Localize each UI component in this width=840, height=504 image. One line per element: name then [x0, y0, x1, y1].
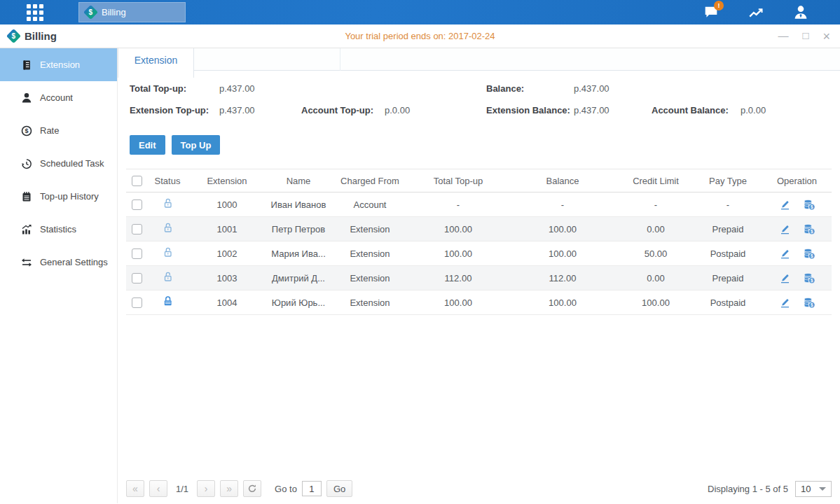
billing-diamond-icon: $ — [6, 29, 21, 43]
top-up-row-button[interactable]: $ — [801, 222, 817, 236]
cell-credit-limit: 0.00 — [618, 266, 694, 290]
sidebar-item-extension[interactable]: Extension — [0, 48, 117, 81]
edit-button[interactable]: Edit — [130, 135, 165, 155]
exchange-arrows-icon — [21, 257, 32, 268]
row-checkbox[interactable] — [132, 298, 142, 308]
cell-credit-limit: 0.00 — [618, 217, 694, 241]
cell-name: Дмитрий Д... — [266, 266, 331, 290]
coins-icon: $ — [803, 272, 815, 284]
ledger-icon — [21, 59, 32, 71]
line-chart-icon — [747, 6, 765, 20]
locked-icon — [162, 295, 174, 307]
total-topup-label: Total Top-up: — [130, 83, 186, 94]
col-operation: Operation — [762, 169, 832, 192]
page-size-value: 10 — [801, 484, 811, 494]
user-icon — [792, 5, 809, 20]
sidebar: Extension Account $ Rate Scheduled Task — [0, 48, 118, 503]
next-page-button[interactable]: › — [197, 480, 215, 497]
sidebar-item-label: Top-up History — [40, 191, 99, 202]
cell-balance: 100.00 — [507, 217, 618, 241]
cell-extension: 1001 — [188, 217, 266, 241]
extension-balance-value: p.437.00 — [574, 105, 610, 115]
notifications-button[interactable]: ! — [701, 5, 721, 20]
cell-pay-type: Prepaid — [694, 217, 762, 241]
prev-page-button[interactable]: ‹ — [149, 480, 167, 497]
top-up-row-button[interactable]: $ — [801, 271, 817, 285]
page-size-select[interactable]: 10 — [795, 481, 832, 497]
cell-charged-from: Extension — [331, 266, 409, 290]
account-balance-value: p.0.00 — [741, 105, 766, 115]
svg-text:$: $ — [810, 302, 813, 307]
pencil-icon — [779, 223, 791, 235]
go-button[interactable]: Go — [326, 480, 352, 497]
dollar-circle-icon: $ — [21, 125, 32, 136]
refresh-button[interactable] — [243, 480, 261, 497]
sidebar-item-rate[interactable]: $ Rate — [0, 114, 117, 147]
cell-charged-from: Account — [331, 192, 409, 217]
cell-pay-type: Prepaid — [694, 266, 762, 290]
top-up-row-button[interactable]: $ — [801, 295, 817, 309]
edit-row-button[interactable] — [778, 222, 793, 236]
refresh-icon — [247, 484, 257, 493]
row-checkbox[interactable] — [132, 273, 142, 284]
tab-strip — [118, 48, 840, 71]
cell-total-topup: - — [409, 192, 507, 217]
cell-balance: 100.00 — [507, 290, 618, 315]
tab-extension[interactable]: Extension — [118, 48, 194, 78]
row-checkbox[interactable] — [132, 248, 142, 259]
cell-credit-limit: - — [618, 192, 694, 217]
user-account-button[interactable] — [791, 5, 811, 20]
sidebar-item-label: Rate — [40, 125, 59, 136]
last-page-button[interactable]: » — [220, 480, 238, 497]
col-extension: Extension — [188, 169, 266, 192]
goto-label: Go to — [275, 484, 297, 494]
sidebar-item-scheduled-task[interactable]: Scheduled Task — [0, 147, 117, 180]
row-checkbox[interactable] — [132, 200, 142, 210]
notification-badge: ! — [714, 1, 724, 10]
close-button[interactable]: × — [822, 30, 830, 43]
select-all-checkbox[interactable] — [132, 176, 142, 186]
tab-label: Extension — [135, 55, 177, 66]
window-app-title: $ Billing — [8, 30, 57, 42]
goto-page-input[interactable] — [302, 481, 322, 496]
sidebar-item-statistics[interactable]: Statistics — [0, 213, 117, 246]
minimize-button[interactable]: — — [778, 30, 788, 43]
tab-divider — [340, 48, 340, 71]
statistics-monitor-button[interactable] — [746, 5, 766, 20]
sidebar-item-general-settings[interactable]: General Settings — [0, 246, 117, 279]
unlocked-icon — [162, 246, 174, 258]
first-page-button[interactable]: « — [126, 480, 144, 497]
account-balance-label: Account Balance: — [652, 105, 729, 115]
taskbar-tab-billing[interactable]: $ Billing — [78, 2, 186, 22]
cell-extension: 1004 — [188, 290, 266, 315]
top-up-row-button[interactable]: $ — [801, 246, 817, 260]
svg-text:$: $ — [25, 127, 28, 134]
col-balance: Balance — [507, 169, 618, 192]
billing-diamond-icon: $ — [83, 5, 98, 20]
edit-row-button[interactable] — [778, 246, 793, 260]
edit-row-button[interactable] — [778, 271, 793, 285]
sidebar-item-account[interactable]: Account — [0, 81, 117, 114]
cell-charged-from: Extension — [331, 217, 409, 241]
cell-name: Мария Ива... — [266, 241, 331, 266]
cell-name: Юрий Юрь... — [266, 290, 331, 315]
top-up-button[interactable]: Top Up — [172, 135, 221, 155]
chevron-down-icon — [819, 487, 826, 491]
app-launcher-grid-icon[interactable] — [27, 4, 43, 21]
col-pay-type: Pay Type — [694, 169, 762, 192]
sidebar-item-label: Scheduled Task — [40, 158, 104, 169]
edit-row-button[interactable] — [778, 197, 793, 211]
cell-charged-from: Extension — [331, 241, 409, 266]
top-up-row-button[interactable]: $ — [801, 197, 817, 211]
coins-icon: $ — [803, 223, 815, 235]
person-icon — [21, 92, 32, 104]
maximize-button[interactable]: □ — [802, 30, 808, 43]
sidebar-item-topup-history[interactable]: Top-up History — [0, 180, 117, 213]
table-row: 1002 Мария Ива... Extension 100.00 100.0… — [126, 241, 832, 266]
pagination-bar: « ‹ 1/1 › » Go to Go Displaying 1 - 5 of… — [126, 479, 832, 498]
col-status: Status — [147, 169, 188, 192]
cell-pay-type: Postpaid — [694, 290, 762, 315]
edit-row-button[interactable] — [778, 295, 793, 309]
row-checkbox[interactable] — [132, 224, 142, 234]
coins-icon: $ — [803, 297, 815, 309]
